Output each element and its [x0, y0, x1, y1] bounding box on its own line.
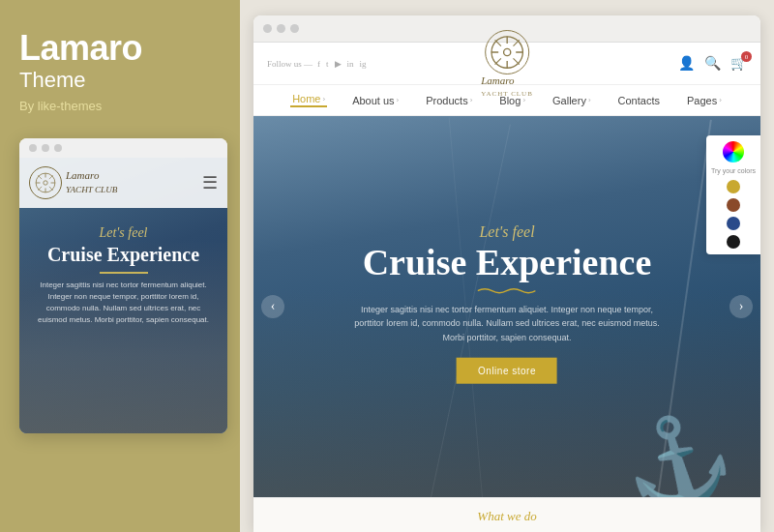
- nav-contacts[interactable]: Contacts: [616, 95, 662, 106]
- mobile-logo-area: LamaroYACHT CLUB: [29, 166, 117, 199]
- hero-body-text: Integer sagittis nisi nec tortor ferment…: [352, 302, 662, 343]
- mobile-dot-3: [54, 144, 62, 152]
- nav-products[interactable]: Products ›: [424, 95, 474, 106]
- hero-wave-decoration: [330, 286, 685, 294]
- user-icon[interactable]: 👤: [678, 55, 695, 72]
- browser-dot-3: [290, 24, 299, 33]
- mobile-logo-icon: [29, 166, 62, 199]
- nav-gallery[interactable]: Gallery ›: [551, 95, 593, 106]
- svg-line-8: [49, 175, 53, 179]
- mobile-preview-card: LamaroYACHT CLUB ☰ Let's feel Cruise Exp…: [19, 138, 227, 433]
- nav-home[interactable]: Home ›: [290, 93, 327, 107]
- mobile-card-content: LamaroYACHT CLUB ☰ Let's feel Cruise Exp…: [19, 158, 227, 433]
- site-hero: ‹ › Let's feel Cruise Experience Integer…: [253, 116, 760, 497]
- site-logo: LamaroYACHT CLUB: [481, 30, 533, 98]
- site-header-icons: 👤 🔍 🛒 0: [678, 55, 747, 72]
- site-logo-icon: [485, 30, 529, 74]
- left-panel: Lamaro Theme By like-themes: [0, 0, 240, 532]
- app-by: By like-themes: [19, 99, 102, 113]
- site-header: Follow us — f t ▶ in ig: [253, 43, 760, 85]
- svg-line-18: [513, 40, 519, 45]
- hero-content: Let's feel Cruise Experience Integer sag…: [330, 223, 685, 384]
- mobile-divider: [100, 272, 148, 274]
- site-follow: Follow us — f t ▶ in ig: [267, 59, 367, 69]
- svg-line-16: [494, 40, 500, 45]
- follow-label: Follow us —: [267, 59, 313, 69]
- svg-line-17: [513, 58, 519, 64]
- browser-dot-1: [263, 24, 272, 33]
- nav-pages[interactable]: Pages ›: [685, 95, 724, 106]
- cart-badge[interactable]: 🛒 0: [730, 55, 747, 72]
- mobile-logo-text: LamaroYACHT CLUB: [66, 169, 117, 194]
- linkedin-icon[interactable]: in: [347, 59, 354, 69]
- app-subtitle: Theme: [19, 68, 85, 93]
- color-swatch-dark[interactable]: [727, 235, 740, 249]
- browser-dot-2: [277, 24, 285, 33]
- site-logo-text: LamaroYACHT CLUB: [481, 74, 533, 98]
- svg-line-19: [494, 58, 500, 64]
- svg-line-9: [38, 186, 42, 190]
- site-footer-preview: What we do: [253, 497, 760, 532]
- app-title: Lamaro: [19, 29, 142, 68]
- mobile-body-text: Integer sagittis nisi nec tortor ferment…: [29, 280, 218, 326]
- hero-prev-button[interactable]: ‹: [261, 295, 284, 318]
- online-store-button[interactable]: Online store: [457, 358, 557, 384]
- mobile-lets-feel: Let's feel: [29, 225, 218, 241]
- mobile-dot-2: [42, 144, 49, 152]
- svg-point-11: [503, 48, 510, 55]
- mobile-cruise-title: Cruise Experience: [29, 243, 218, 266]
- right-panel: Follow us — f t ▶ in ig: [240, 0, 774, 532]
- hero-title: Cruise Experience: [330, 243, 685, 283]
- facebook-icon[interactable]: f: [317, 59, 320, 69]
- mobile-card-titlebar: [19, 138, 227, 158]
- twitter-icon[interactable]: t: [326, 59, 329, 69]
- instagram-icon[interactable]: ig: [360, 59, 367, 69]
- mobile-dot-1: [29, 144, 37, 152]
- color-wheel-icon[interactable]: [723, 141, 744, 163]
- color-picker: Try your colors: [706, 135, 760, 254]
- mobile-hamburger-icon[interactable]: ☰: [202, 172, 218, 193]
- search-icon[interactable]: 🔍: [704, 55, 721, 72]
- try-colors-label: Try your colors: [711, 167, 756, 175]
- svg-line-7: [49, 186, 53, 190]
- youtube-icon[interactable]: ▶: [335, 59, 342, 69]
- color-swatch-gold[interactable]: [727, 180, 740, 193]
- svg-point-1: [44, 180, 47, 184]
- mobile-header: LamaroYACHT CLUB ☰: [19, 158, 227, 208]
- color-swatch-brown[interactable]: [727, 198, 740, 212]
- hero-lets-feel: Let's feel: [330, 223, 685, 241]
- svg-line-6: [38, 175, 42, 179]
- color-swatch-blue[interactable]: [727, 217, 740, 230]
- browser-window: Follow us — f t ▶ in ig: [253, 15, 760, 532]
- nav-about[interactable]: About us ›: [350, 95, 401, 106]
- social-icons: f t ▶ in ig: [317, 59, 367, 69]
- mobile-hero: Let's feel Cruise Experience Integer sag…: [19, 225, 227, 326]
- cart-count: 0: [741, 51, 752, 62]
- what-we-do-title: What we do: [477, 507, 536, 524]
- hero-next-button[interactable]: ›: [729, 295, 753, 318]
